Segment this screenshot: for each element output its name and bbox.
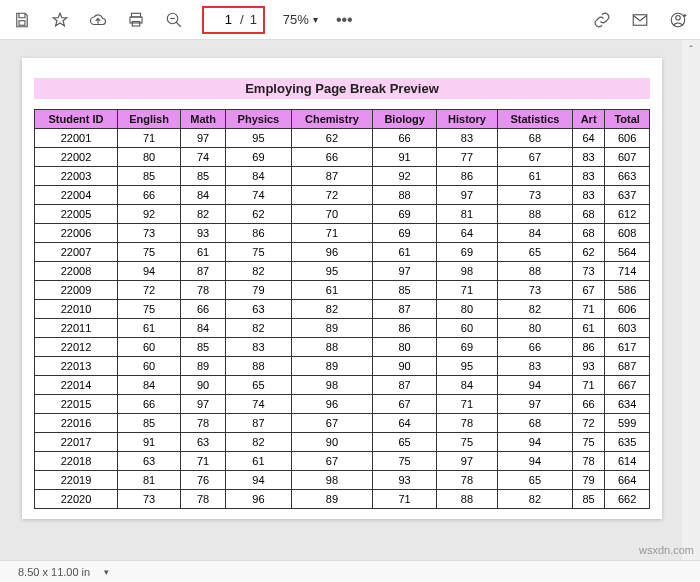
cell-value: 78 [181,414,226,433]
status-bar: 8.50 x 11.00 in ▾ [0,560,700,582]
cell-value: 85 [572,490,604,509]
cell-id: 22015 [35,395,118,414]
cell-value: 89 [291,490,372,509]
cell-id: 22013 [35,357,118,376]
cell-value: 88 [291,338,372,357]
print-icon[interactable] [126,10,146,30]
cell-value: 94 [117,262,180,281]
cell-value: 90 [291,433,372,452]
save-icon[interactable] [12,10,32,30]
cell-value: 75 [117,243,180,262]
cell-value: 84 [226,167,292,186]
cell-value: 61 [373,243,437,262]
cell-value: 78 [437,471,498,490]
cell-value: 67 [291,452,372,471]
cell-value: 66 [117,186,180,205]
table-row: 220017197956266836864606 [35,129,650,148]
toolbar: / 1 75% ▾ ••• [0,0,700,40]
cell-value: 85 [181,338,226,357]
zoom-select[interactable]: 75% ▾ [283,12,318,27]
cell-value: 71 [373,490,437,509]
cell-value: 76 [181,471,226,490]
chevron-down-icon[interactable]: ▾ [104,567,109,577]
cloud-upload-icon[interactable] [88,10,108,30]
table-row: 220198176949893786579664 [35,471,650,490]
cell-value: 71 [572,376,604,395]
mail-icon[interactable] [630,10,650,30]
table-row: 220156697749667719766634 [35,395,650,414]
cell-value: 85 [181,167,226,186]
cell-value: 66 [373,129,437,148]
cell-value: 63 [226,300,292,319]
cell-value: 93 [181,224,226,243]
cell-value: 64 [572,129,604,148]
cell-value: 87 [226,414,292,433]
cell-value: 74 [181,148,226,167]
cell-value: 92 [373,167,437,186]
table-row: 220207378968971888285662 [35,490,650,509]
cell-value: 68 [572,205,604,224]
table-row: 220148490659887849471667 [35,376,650,395]
document-viewer: ˆ Employing Page Break Preview Student I… [0,40,700,560]
cell-value: 60 [117,357,180,376]
profile-add-icon[interactable] [668,10,688,30]
table-row: 220116184828986608061603 [35,319,650,338]
cell-value: 97 [437,452,498,471]
page-current-input[interactable] [210,11,234,28]
cell-value: 69 [373,205,437,224]
cell-value: 67 [373,395,437,414]
cell-value: 90 [373,357,437,376]
cell-value: 97 [497,395,572,414]
watermark: wsxdn.com [639,544,694,556]
cell-value: 67 [497,148,572,167]
cell-value: 662 [605,490,650,509]
cell-value: 69 [373,224,437,243]
cell-value: 83 [226,338,292,357]
table-row: 220126085838880696686617 [35,338,650,357]
zoom-label: 75% [283,12,309,27]
cell-value: 88 [497,205,572,224]
scroll-up-icon[interactable]: ˆ [684,44,698,58]
cell-value: 92 [117,205,180,224]
table-row: 220059282627069818868612 [35,205,650,224]
zoom-out-icon[interactable] [164,10,184,30]
column-header: Student ID [35,110,118,129]
cell-value: 75 [373,452,437,471]
cell-value: 663 [605,167,650,186]
cell-value: 88 [226,357,292,376]
cell-value: 72 [572,414,604,433]
cell-value: 97 [181,129,226,148]
column-header: History [437,110,498,129]
svg-rect-0 [19,20,25,25]
cell-value: 94 [497,433,572,452]
cell-value: 98 [291,471,372,490]
cell-value: 667 [605,376,650,395]
svg-rect-7 [633,14,647,25]
cell-id: 22012 [35,338,118,357]
cell-value: 60 [437,319,498,338]
cell-value: 608 [605,224,650,243]
cell-value: 84 [437,376,498,395]
cell-value: 71 [572,300,604,319]
cell-id: 22017 [35,433,118,452]
column-header: Art [572,110,604,129]
link-icon[interactable] [592,10,612,30]
page-indicator[interactable]: / 1 [202,6,265,34]
column-header: Total [605,110,650,129]
cell-value: 84 [181,319,226,338]
cell-value: 62 [291,129,372,148]
cell-value: 84 [181,186,226,205]
table-row: 220179163829065759475635 [35,433,650,452]
cell-value: 89 [181,357,226,376]
cell-value: 89 [291,357,372,376]
cell-value: 70 [291,205,372,224]
cell-value: 607 [605,148,650,167]
cell-id: 22003 [35,167,118,186]
scrollbar-track[interactable]: ˆ [682,40,700,560]
star-icon[interactable] [50,10,70,30]
cell-value: 80 [497,319,572,338]
cell-id: 22002 [35,148,118,167]
cell-value: 73 [117,224,180,243]
more-button[interactable]: ••• [336,11,353,29]
cell-id: 22014 [35,376,118,395]
